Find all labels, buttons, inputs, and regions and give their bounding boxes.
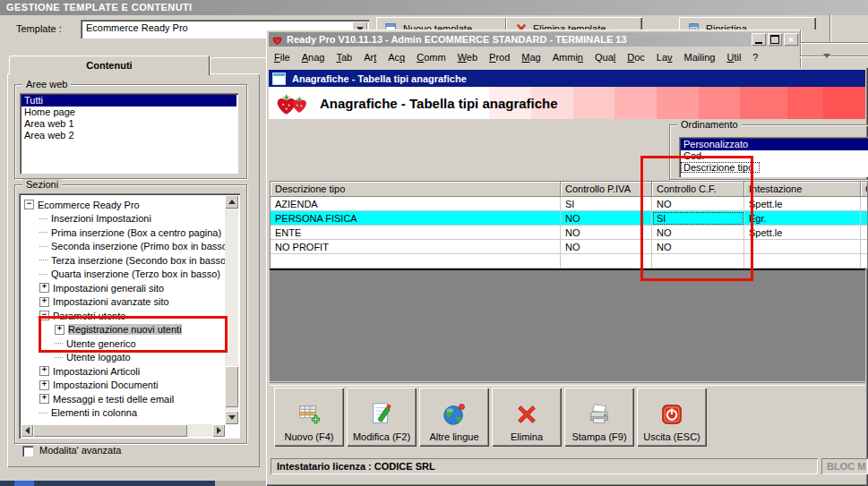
menu-prod[interactable]: Prod [489, 52, 510, 63]
menu-lav[interactable]: Lav [657, 52, 673, 63]
button-uscita-esc[interactable]: Uscita (ESC) [637, 388, 707, 447]
table-cell[interactable]: SI [561, 197, 652, 211]
table-cell[interactable] [861, 197, 867, 211]
scroll-right-button[interactable] [212, 424, 225, 437]
tree-item-label: Messaggi e testi delle email [53, 394, 174, 405]
menu-comm[interactable]: Comm [417, 52, 445, 63]
list-item-area-web-1[interactable]: Area web 1 [21, 118, 236, 130]
tab-contenuti[interactable]: Contenuti [9, 55, 210, 75]
tree-item-terza-inserzione-secondo-box-in-basso[interactable]: Terza inserzione (Secondo box in basso) [21, 253, 225, 267]
maximize-button[interactable] [768, 33, 782, 46]
table-row[interactable]: ENTENONOSpett.le [271, 226, 867, 240]
table-cell[interactable]: Spett.le [744, 197, 861, 211]
list-item-area-web-2[interactable]: Area web 2 [21, 130, 236, 141]
sort-option-personalizzato[interactable]: Personalizzato [681, 139, 868, 150]
list-item-home-page[interactable]: Home page [21, 107, 236, 118]
new-table-icon [296, 401, 322, 431]
table-row[interactable]: PERSONA FISICANOSIEgr. [271, 211, 867, 226]
tree-item-elementi-in-colonna[interactable]: Elementi in colonna [21, 406, 225, 420]
table-cell[interactable]: NO [561, 226, 652, 240]
menu-[interactable]: ? [752, 52, 758, 63]
tree-item-impostazioni-generali-sito[interactable]: +Impostazioni generali sito [21, 281, 225, 294]
expand-icon[interactable]: + [39, 297, 49, 307]
table-cell[interactable]: NO [561, 211, 652, 226]
table-cell[interactable] [561, 254, 652, 269]
menu-qual[interactable]: Qual [595, 52, 615, 63]
table-row[interactable]: AZIENDASINOSpett.le [271, 197, 867, 211]
expand-icon[interactable]: + [39, 394, 49, 404]
menu-web[interactable]: Web [458, 52, 477, 63]
menu-util[interactable]: Util [726, 52, 741, 63]
menu-anag[interactable]: Anag [302, 52, 325, 63]
collapse-icon[interactable]: − [24, 200, 34, 209]
table-cell[interactable] [271, 254, 561, 269]
table-cell[interactable]: Egr. [744, 211, 861, 226]
tree-item-messaggi-e-testi-delle-email[interactable]: +Messaggi e testi delle email [21, 392, 225, 405]
ready-pro-titlebar[interactable]: Ready Pro V10.11.13 - Admin ECOMMERCE ST… [269, 32, 800, 47]
scroll-left-button[interactable] [21, 424, 33, 437]
table-row[interactable]: NO PROFITNONO [271, 240, 867, 254]
advanced-mode-checkbox[interactable] [22, 446, 33, 456]
table-cell[interactable]: AZIENDA [271, 197, 561, 211]
table-cell[interactable] [744, 254, 861, 269]
menu-mailing[interactable]: Mailing [684, 52, 716, 63]
aree-web-listbox[interactable]: TuttiHome pageArea web 1Area web 2 [20, 93, 238, 174]
tree-item-impostazioni-documenti[interactable]: +Impostazioni Documenti [21, 379, 225, 392]
button-elimina[interactable]: Elimina [492, 388, 562, 447]
separator [270, 382, 865, 386]
edit-document-icon [368, 401, 395, 431]
tree-item-ecommerce-ready-pro[interactable]: −Ecommerce Ready Pro [21, 198, 225, 211]
tree-item-impostazioni-articoli[interactable]: +Impostazioni Articoli [21, 364, 225, 378]
scroll-down-button[interactable] [225, 411, 238, 424]
menu-file[interactable]: File [274, 52, 290, 63]
vscrollbar-thumb[interactable] [225, 366, 238, 407]
button-altre-lingue[interactable]: Altre lingue [419, 388, 489, 447]
button-label: Uscita (ESC) [643, 431, 700, 442]
menu-ammin[interactable]: Ammin [553, 52, 583, 63]
column-header-descrizione-tipo[interactable]: Descrizione tipo [271, 182, 561, 197]
table-cell[interactable] [861, 254, 867, 269]
tree-item-seconda-inserzione-primo-box-in-basso[interactable]: Seconda inserzione (Primo box in basso) [21, 240, 225, 253]
scroll-up-button[interactable] [225, 195, 238, 209]
menu-mag[interactable]: Mag [521, 52, 540, 63]
table-row[interactable] [271, 254, 867, 269]
hscrollbar-thumb[interactable] [33, 424, 187, 437]
tree-item-impostazioni-avanzate-sito[interactable]: +Impostazioni avanzate sito [21, 295, 225, 309]
table-cell[interactable]: NO [561, 240, 652, 254]
table-cell[interactable] [744, 240, 861, 254]
table-cell[interactable] [861, 226, 867, 240]
expand-icon[interactable]: + [39, 283, 49, 293]
power-icon [658, 401, 685, 431]
list-item-tutti[interactable]: Tutti [21, 95, 236, 107]
menu-tab[interactable]: Tab [336, 52, 352, 63]
menu-doc[interactable]: Doc [627, 52, 645, 63]
menu-art[interactable]: Art [364, 52, 376, 63]
button-modifica-f2[interactable]: Modifica (F2) [347, 388, 417, 447]
expand-icon[interactable]: + [39, 380, 49, 390]
document-title: Anagrafiche - Tabella tipi anagrafiche [292, 73, 467, 84]
column-header-c[interactable]: C [861, 182, 867, 197]
tipi-anagrafiche-table[interactable]: Descrizione tipoControllo P.IVAControllo… [270, 181, 868, 269]
close-button[interactable]: × [784, 33, 798, 46]
tree-item-quarta-inserzione-terzo-box-in-basso[interactable]: Quarta inserzione (Terzo box in basso) [21, 268, 225, 281]
tree-item-prima-inserzione-box-a-centro-pagina[interactable]: Prima inserzione (Box a centro pagina) [21, 226, 225, 239]
aree-web-group-label: Aree web [22, 79, 71, 90]
tree-vscrollbar[interactable] [225, 195, 238, 424]
table-cell[interactable] [861, 211, 867, 226]
button-nuovo-f4[interactable]: Nuovo (F4) [274, 388, 344, 447]
menu-acq[interactable]: Acq [388, 52, 405, 63]
column-header-controllo-p-iva[interactable]: Controllo P.IVA [561, 182, 652, 197]
button-stampa-f9[interactable]: Stampa (F9) [564, 388, 634, 447]
patch-line [829, 30, 830, 43]
table-cell[interactable]: Spett.le [744, 226, 861, 240]
column-header-intestazione[interactable]: Intestazione [744, 182, 861, 197]
table-cell[interactable] [861, 240, 867, 254]
minimize-button[interactable] [752, 33, 766, 46]
expand-icon[interactable]: + [39, 366, 49, 376]
table-cell[interactable]: NO PROFIT [271, 240, 561, 254]
tree-hscrollbar[interactable] [21, 424, 225, 437]
delete-x-icon [513, 401, 540, 431]
table-cell[interactable]: ENTE [271, 226, 561, 240]
table-cell[interactable]: PERSONA FISICA [271, 211, 561, 226]
tree-item-inserzioni-impostazioni[interactable]: Inserzioni Impostazioni [21, 212, 225, 226]
